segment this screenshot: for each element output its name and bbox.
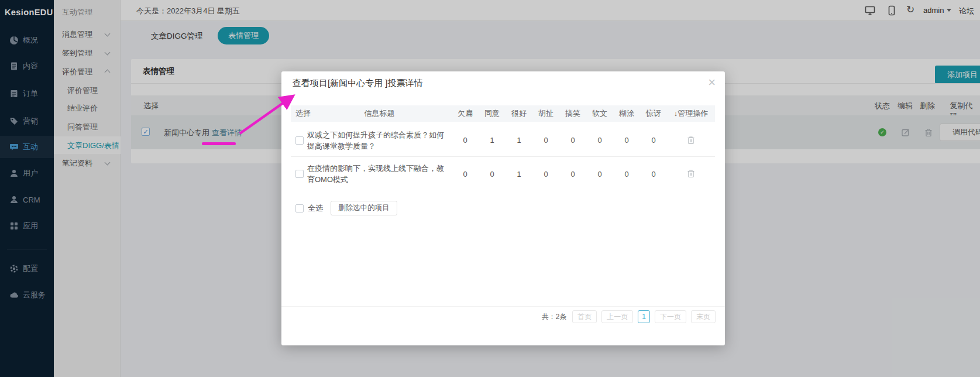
annotation-underline — [202, 142, 236, 145]
vote-count: 0 — [532, 170, 559, 179]
close-icon[interactable] — [708, 74, 716, 92]
select-all-row: 全选 删除选中的项目 — [295, 201, 397, 215]
delete-row-icon[interactable] — [687, 169, 695, 179]
article-title: 在疫情的影响下，实现线上线下融合，教育OMO模式 — [307, 163, 452, 185]
first-page-button[interactable]: 首页 — [572, 310, 597, 323]
vote-count: 0 — [452, 136, 479, 145]
vote-count: 0 — [586, 170, 613, 179]
article-title: 双减之下如何提升孩子的综合素质？如何提高课堂教学质量？ — [307, 129, 452, 152]
current-page-button[interactable]: 1 — [638, 310, 650, 323]
app-window: KesionEDU 概况 内容 订单 营销 互动 用户 CRM — [0, 0, 980, 377]
modal-col-vote3: 很好 — [506, 108, 532, 119]
select-all-label: 全选 — [308, 203, 323, 214]
total-count-text: 共：2条 — [542, 312, 567, 322]
vote-count: 0 — [559, 136, 586, 145]
vote-count: 0 — [586, 136, 613, 145]
prev-page-button[interactable]: 上一页 — [601, 310, 633, 323]
vote-count: 0 — [532, 136, 559, 145]
modal-col-title: 信息标题 — [307, 108, 452, 119]
vote-details-modal: 查看项目[新闻中心专用 ]投票详情 选择 信息标题 欠扁 同意 很好 胡扯 搞笑… — [281, 71, 725, 345]
delete-row-icon[interactable] — [687, 136, 695, 145]
modal-col-vote6: 软文 — [586, 108, 613, 119]
modal-col-ops: ↓管理操作 — [667, 108, 715, 119]
vote-count: 0 — [452, 170, 479, 179]
modal-table-header: 选择 信息标题 欠扁 同意 很好 胡扯 搞笑 软文 糊涂 惊讶 ↓管理操作 — [291, 105, 715, 122]
modal-col-vote8: 惊讶 — [640, 108, 667, 119]
vote-count: 0 — [613, 170, 640, 179]
modal-col-vote4: 胡扯 — [532, 108, 559, 119]
modal-table-row: 双减之下如何提升孩子的综合素质？如何提高课堂教学质量？ 0 1 1 0 0 0 … — [291, 124, 715, 157]
modal-footer-divider — [281, 306, 725, 307]
modal-col-vote5: 搞笑 — [559, 108, 586, 119]
vote-count: 0 — [613, 136, 640, 145]
annotation-arrow — [193, 70, 310, 146]
modal-col-vote1: 欠扁 — [452, 108, 479, 119]
modal-col-vote7: 糊涂 — [613, 108, 640, 119]
modal-col-vote2: 同意 — [479, 108, 506, 119]
modal-table-row: 在疫情的影响下，实现线上线下融合，教育OMO模式 0 0 1 0 0 0 0 0 — [291, 157, 715, 190]
modal-title: 查看项目[新闻中心专用 ]投票详情 — [293, 78, 423, 89]
vote-count: 1 — [506, 136, 532, 145]
vote-count: 0 — [479, 170, 506, 179]
vote-count: 1 — [506, 170, 532, 179]
vote-count: 0 — [559, 170, 586, 179]
vote-count: 0 — [640, 170, 667, 179]
select-all-checkbox[interactable] — [295, 204, 304, 213]
last-page-button[interactable]: 末页 — [691, 310, 716, 323]
vote-count: 1 — [479, 136, 506, 145]
delete-selected-button[interactable]: 删除选中的项目 — [331, 201, 397, 215]
vote-count: 0 — [640, 136, 667, 145]
pagination: 共：2条 首页 上一页 1 下一页 末页 — [542, 310, 716, 323]
row-checkbox[interactable] — [295, 170, 304, 178]
next-page-button[interactable]: 下一页 — [655, 310, 686, 323]
